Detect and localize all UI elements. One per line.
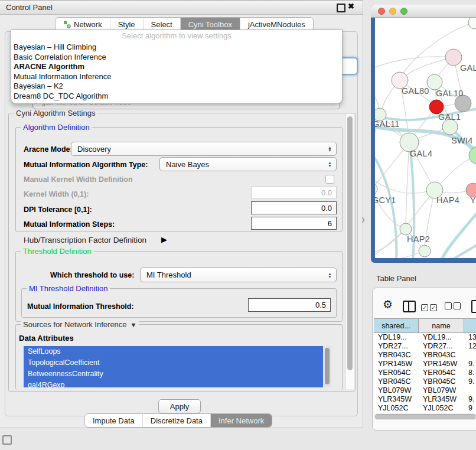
minimized-panel-icon[interactable]: [2, 435, 12, 445]
mi-steps-field[interactable]: 6: [251, 217, 337, 230]
table-horizontal-scrollbar-thumb[interactable]: [375, 414, 475, 419]
node[interactable]: [419, 245, 431, 257]
node-gal[interactable]: [445, 49, 462, 66]
settings-scrollbar-thumb[interactable]: [347, 116, 353, 370]
expand-right-arrow-icon[interactable]: ▶: [161, 235, 167, 244]
algorithm-option[interactable]: Bayesian – K2: [11, 81, 342, 92]
node-label: GAL10: [436, 89, 464, 98]
list-item[interactable]: TopologicalCoefficient: [24, 357, 323, 369]
minimize-traffic-light-icon[interactable]: [389, 8, 396, 15]
algorithm-option[interactable]: Mutual Information Inference: [11, 72, 342, 82]
algorithm-definition-title: Algorithm Definition: [21, 123, 92, 132]
column-header-name[interactable]: name: [419, 319, 464, 332]
node-label: GAL80: [402, 86, 429, 96]
tab-select[interactable]: Select: [144, 18, 181, 31]
node-gcy1[interactable]: [375, 183, 377, 195]
settings-scrollbar[interactable]: [345, 114, 354, 389]
cell-shared: YBR045C: [374, 377, 419, 386]
control-panel-window: Control Panel ✖ Network Style Select Cyn…: [0, 0, 363, 428]
apply-button[interactable]: Apply: [158, 399, 201, 413]
network-canvas[interactable]: GAL GAL80 GAL10 GAL1 GAL11 SWI4 GAL4 GCY…: [375, 18, 476, 258]
combo-arrows-icon: ▲▼: [328, 146, 332, 152]
node[interactable]: [468, 18, 476, 29]
aracne-mode-combo[interactable]: Discovery ▲▼: [71, 142, 337, 156]
column-browser-icon[interactable]: [403, 301, 416, 312]
table-row[interactable]: YPR145WYPR145W9.: [374, 360, 476, 369]
manual-kernel-checkbox[interactable]: [325, 175, 334, 184]
table-header-row: shared... name: [374, 319, 476, 333]
list-item[interactable]: SelfLoops: [24, 346, 323, 357]
table-row[interactable]: YLR345WYLR345W9.: [374, 395, 476, 404]
mi-threshold-field[interactable]: 0.5: [248, 298, 331, 312]
network-icon: [63, 21, 71, 28]
table-row[interactable]: YER054CYER054C8.: [374, 369, 476, 377]
which-threshold-combo[interactable]: MI Threshold ▲▼: [140, 268, 337, 282]
list-item[interactable]: gal4RGexp: [24, 380, 323, 387]
table-horizontal-scrollbar[interactable]: [374, 413, 476, 420]
algorithm-select-popup: Select algorithm to view settings Bayesi…: [11, 30, 343, 104]
node-hap2[interactable]: [400, 223, 412, 235]
which-threshold-value: MI Threshold: [146, 270, 191, 279]
collapse-down-arrow-icon[interactable]: ▼: [131, 321, 137, 328]
network-window-titlebar[interactable]: [371, 5, 476, 18]
table-body: YDL19...YDL19...13 YDR27...YDR27...12 YB…: [374, 333, 476, 413]
table-row[interactable]: YBL079WYBL079W: [374, 386, 476, 395]
kernel-width-field[interactable]: 0.0: [251, 186, 337, 199]
column-header-partial[interactable]: [464, 319, 476, 332]
close-icon[interactable]: ✖: [348, 2, 354, 11]
attr-list-scrollbar-thumb[interactable]: [325, 348, 330, 384]
table-row[interactable]: YBR045CYBR045C9.: [374, 377, 476, 386]
column-header-shared[interactable]: shared...: [374, 319, 419, 332]
table-panel-title: Table Panel: [376, 274, 416, 283]
cell-name: YBR045C: [419, 377, 464, 386]
algorithm-option[interactable]: Bayesian – Hill Climbing: [11, 43, 342, 53]
node-gal10[interactable]: [427, 74, 442, 90]
float-window-icon[interactable]: [337, 4, 345, 12]
node-label: GAL1: [438, 112, 461, 122]
gear-icon[interactable]: ⚙: [383, 299, 393, 310]
cell-shared: YJL052C: [374, 404, 419, 413]
table-row[interactable]: YDR27...YDR27...12: [374, 342, 476, 351]
panel-splitter-arrow-icon[interactable]: ❯: [361, 217, 366, 223]
attr-list-scrollbar[interactable]: [323, 346, 331, 387]
mi-type-value: Naive Bayes: [166, 160, 209, 169]
tab-impute-data[interactable]: Impute Data: [85, 414, 143, 427]
export-table-icon[interactable]: [471, 300, 476, 313]
select-all-checkboxes-icon[interactable]: ✓✓: [421, 302, 439, 311]
dpi-tolerance-field[interactable]: 0.0: [251, 201, 337, 214]
cell-name: YBL079W: [419, 386, 464, 395]
tab-infer-network[interactable]: Infer Network: [211, 414, 272, 427]
mi-type-combo[interactable]: Naive Bayes ▲▼: [159, 157, 337, 171]
table-row[interactable]: YBR043CYBR043C: [374, 351, 476, 360]
cell-name: YDL19...: [419, 333, 464, 342]
deselect-all-checkboxes-icon[interactable]: [445, 302, 462, 311]
tab-network[interactable]: Network: [56, 18, 110, 31]
table-row[interactable]: YJL052CYJL052C9: [374, 404, 476, 413]
algorithm-option[interactable]: Basic Correlation Inference: [11, 53, 342, 63]
combo-arrows-icon: ▲▼: [328, 161, 332, 167]
list-item[interactable]: BetweennessCentrality: [24, 369, 323, 380]
network-graph[interactable]: GAL GAL80 GAL10 GAL1 GAL11 SWI4 GAL4 GCY…: [375, 18, 476, 258]
node-label: GCY1: [375, 195, 396, 205]
tab-cyni-toolbox[interactable]: Cyni Toolbox: [181, 18, 240, 31]
tab-discretize-data[interactable]: Discretize Data: [143, 414, 211, 427]
which-threshold-label: Which threshold to use:: [50, 271, 134, 279]
mi-type-label: Mutual Information Algorithm Type:: [24, 161, 148, 169]
table-row[interactable]: YDL19...YDL19...13: [374, 333, 476, 342]
node-green[interactable]: [469, 146, 476, 164]
close-traffic-light-icon[interactable]: [378, 8, 385, 15]
tab-cyni-toolbox-label: Cyni Toolbox: [188, 20, 232, 29]
tab-style[interactable]: Style: [110, 18, 144, 31]
zoom-traffic-light-icon[interactable]: [400, 8, 407, 15]
hub-tf-definition-label[interactable]: Hub/Transcription Factor Definition: [24, 236, 146, 244]
algorithm-option-selected[interactable]: ARACNE Algorithm: [11, 62, 342, 72]
control-panel-titlebar[interactable]: Control Panel ✖: [0, 1, 363, 15]
data-attributes-list[interactable]: SelfLoops TopologicalCoefficient Between…: [24, 346, 323, 387]
cell-value: [464, 386, 476, 395]
sources-title-wrap[interactable]: Sources for Network Inference ▼: [21, 320, 139, 329]
tab-jactivemnodules[interactable]: jActiveMNodules: [240, 18, 313, 31]
node-label: HAP4: [436, 195, 459, 205]
cell-shared: YBR043C: [374, 351, 419, 360]
algorithm-option[interactable]: Dream8 DC_TDC Algorithm: [11, 92, 342, 102]
cell-name: YJL052C: [419, 404, 464, 413]
